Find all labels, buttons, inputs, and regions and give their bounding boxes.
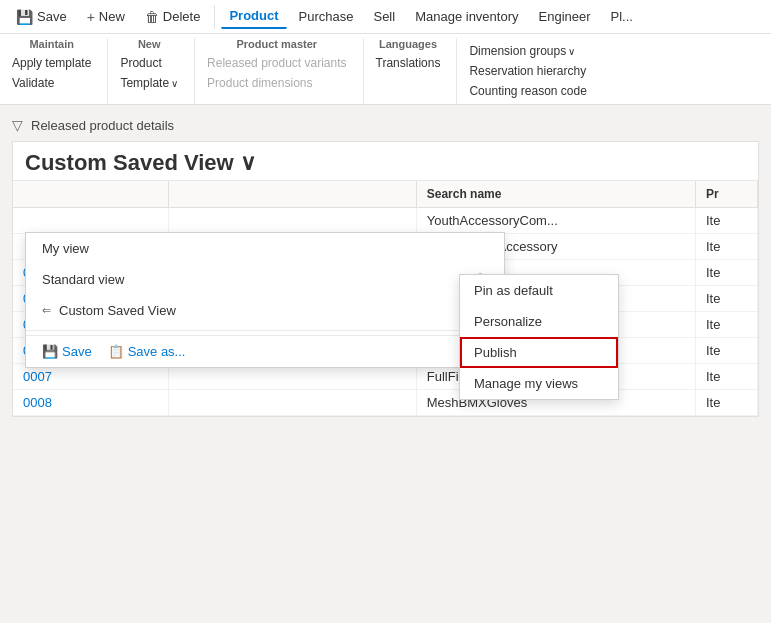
template-chevron-icon: ∨ xyxy=(171,78,178,89)
context-personalize[interactable]: Personalize xyxy=(460,306,618,337)
tab-sell[interactable]: Sell xyxy=(365,5,403,28)
toolbar-top-row: 💾 Save + New 🗑 Delete Product Purchase S… xyxy=(0,0,771,34)
ribbon-group-new-label: New xyxy=(116,38,182,50)
product-dimensions-label: Product dimensions xyxy=(207,76,312,90)
dropdown-item-standard-view[interactable]: Standard view 🔒 xyxy=(26,264,504,295)
ribbon-group-languages-label: Languages xyxy=(372,38,445,50)
ribbon-group-languages-items: Translations xyxy=(372,54,445,72)
pin-as-default-label: Pin as default xyxy=(474,283,553,298)
template-label: Template xyxy=(120,76,169,90)
ribbon-group-product-master-label: Product master xyxy=(203,38,350,50)
standard-view-label: Standard view xyxy=(42,272,124,287)
ribbon: Maintain Apply template Validate New Pr xyxy=(0,34,771,104)
tab-engineer[interactable]: Engineer xyxy=(531,5,599,28)
col-product-type: Pr xyxy=(695,181,757,208)
col-search-name[interactable]: Search name xyxy=(416,181,695,208)
cell-type-7: Ite xyxy=(695,390,757,416)
save-icon-small: 💾 xyxy=(42,344,58,359)
filter-icon[interactable]: ▽ xyxy=(12,117,23,133)
tab-engineer-label: Engineer xyxy=(539,9,591,24)
col-item-number xyxy=(13,181,168,208)
new-label: New xyxy=(99,9,125,24)
context-publish[interactable]: Publish xyxy=(460,337,618,368)
template-button[interactable]: Template ∨ xyxy=(116,74,182,92)
tab-purchase-label: Purchase xyxy=(299,9,354,24)
new-button[interactable]: + New xyxy=(79,5,133,29)
table-row: 0008 MeshBMXGloves Ite xyxy=(13,390,758,416)
counting-reason-label: Counting reason code xyxy=(469,84,586,98)
ribbon-group-languages: Languages Translations xyxy=(372,38,458,104)
dropdown-actions: 💾 Save 📋 Save as... ··· xyxy=(26,335,504,367)
dropdown-save-label: Save xyxy=(62,344,92,359)
dimension-groups-label: Dimension groups xyxy=(469,44,566,58)
cell-type-4: Ite xyxy=(695,312,757,338)
dropdown-separator xyxy=(26,330,504,331)
cell-type-6: Ite xyxy=(695,364,757,390)
cell-type-2: Ite xyxy=(695,260,757,286)
tab-product[interactable]: Product xyxy=(221,4,286,29)
ribbon-group-new-items: Product Template ∨ xyxy=(116,54,182,92)
ribbon-group-setup-items: Dimension groups ∨ Reservation hierarchy… xyxy=(465,42,590,100)
delete-button[interactable]: 🗑 Delete xyxy=(137,5,209,29)
view-dropdown-panel: My view Standard view 🔒 ⇐ Custom Saved V… xyxy=(25,232,505,368)
validate-label: Validate xyxy=(12,76,54,90)
save-label: Save xyxy=(37,9,67,24)
dimension-groups-dropdown: Dimension groups ∨ xyxy=(469,44,575,58)
manage-my-views-label: Manage my views xyxy=(474,376,578,391)
reservation-hierarchy-label: Reservation hierarchy xyxy=(469,64,586,78)
translations-button[interactable]: Translations xyxy=(372,54,445,72)
tab-plan[interactable]: Pl... xyxy=(603,5,641,28)
reservation-hierarchy-button[interactable]: Reservation hierarchy xyxy=(465,62,590,80)
released-variants-label: Released product variants xyxy=(207,56,346,70)
delete-label: Delete xyxy=(163,9,201,24)
save-as-icon: 📋 xyxy=(108,344,124,359)
table-header: Search name Pr xyxy=(13,181,758,208)
item-link-0007[interactable]: 0008 xyxy=(23,395,52,410)
ribbon-group-maintain-items: Apply template Validate xyxy=(8,54,95,92)
dropdown-item-custom-saved-view[interactable]: ⇐ Custom Saved View xyxy=(26,295,504,326)
personalize-label: Personalize xyxy=(474,314,542,329)
dimension-groups-button[interactable]: Dimension groups ∨ xyxy=(465,42,590,60)
translations-label: Translations xyxy=(376,56,441,70)
dropdown-item-my-view[interactable]: My view xyxy=(26,233,504,264)
counting-reason-button[interactable]: Counting reason code xyxy=(465,82,590,100)
context-pin-as-default[interactable]: Pin as default xyxy=(460,275,618,306)
item-link-0006[interactable]: 0007 xyxy=(23,369,52,384)
cell-item-0 xyxy=(13,208,168,234)
cell-type-5: Ite xyxy=(695,338,757,364)
ribbon-group-maintain: Maintain Apply template Validate xyxy=(8,38,108,104)
table-row: YouthAccessoryCom... Ite xyxy=(13,208,758,234)
dropdown-save-button[interactable]: 💾 Save xyxy=(42,344,92,359)
apply-template-button[interactable]: Apply template xyxy=(8,54,95,72)
cell-type-0: Ite xyxy=(695,208,757,234)
view-title-text: Custom Saved View xyxy=(25,150,234,176)
context-manage-my-views[interactable]: Manage my views xyxy=(460,368,618,399)
view-title[interactable]: Custom Saved View ∨ xyxy=(25,150,746,176)
ribbon-group-maintain-label: Maintain xyxy=(8,38,95,50)
product-dimensions-button[interactable]: Product dimensions xyxy=(203,74,350,92)
tab-plan-label: Pl... xyxy=(611,9,633,24)
released-variants-button[interactable]: Released product variants xyxy=(203,54,350,72)
save-icon: 💾 xyxy=(16,9,33,25)
released-product-details-label: Released product details xyxy=(31,118,174,133)
custom-saved-view-label: Custom Saved View xyxy=(59,303,176,318)
save-button[interactable]: 💾 Save xyxy=(8,5,75,29)
ribbon-group-product-master-items: Released product variants Product dimens… xyxy=(203,54,350,92)
tab-product-label: Product xyxy=(229,8,278,23)
toolbar-divider xyxy=(214,5,215,29)
product-new-button[interactable]: Product xyxy=(116,54,182,72)
details-section: Custom Saved View ∨ My view Standard vie… xyxy=(12,141,759,417)
dropdown-save-as-button[interactable]: 📋 Save as... xyxy=(108,344,186,359)
delete-icon: 🗑 xyxy=(145,9,159,25)
tab-purchase[interactable]: Purchase xyxy=(291,5,362,28)
view-title-chevron-icon: ∨ xyxy=(240,150,256,176)
tab-manage-inventory[interactable]: Manage inventory xyxy=(407,5,526,28)
tab-sell-label: Sell xyxy=(373,9,395,24)
cell-type-1: Ite xyxy=(695,234,757,260)
toolbar: 💾 Save + New 🗑 Delete Product Purchase S… xyxy=(0,0,771,105)
col-empty xyxy=(168,181,416,208)
ribbon-group-setup: Dimension groups ∨ Reservation hierarchy… xyxy=(465,38,602,104)
cell-search-0: YouthAccessoryCom... xyxy=(416,208,695,234)
validate-button[interactable]: Validate xyxy=(8,74,95,92)
return-arrow-icon: ⇐ xyxy=(42,304,51,317)
